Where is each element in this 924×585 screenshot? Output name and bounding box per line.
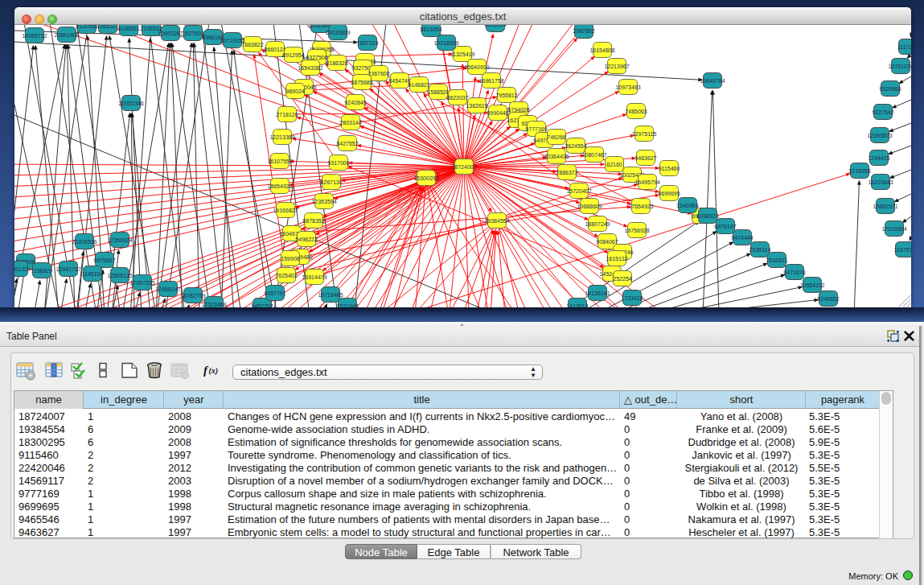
svg-text:8813054: 8813054 xyxy=(420,27,441,32)
svg-text:12213967: 12213967 xyxy=(604,64,629,69)
svg-text:8660124: 8660124 xyxy=(264,47,285,52)
svg-text:20053346: 20053346 xyxy=(118,101,143,106)
svg-text:19756928: 19756928 xyxy=(624,228,649,233)
svg-text:1615132: 1615132 xyxy=(606,256,627,262)
svg-text:9474444: 9474444 xyxy=(731,235,753,241)
svg-text:16543382: 16543382 xyxy=(298,65,322,71)
svg-text:16107554: 16107554 xyxy=(267,159,292,164)
svg-text:8471676: 8471676 xyxy=(783,270,805,275)
svg-text:2718126: 2718126 xyxy=(276,112,298,117)
svg-text:9457791: 9457791 xyxy=(264,290,285,296)
svg-text:3822037: 3822037 xyxy=(446,95,468,101)
svg-text:9975667: 9975667 xyxy=(93,257,115,263)
svg-text:9227542: 9227542 xyxy=(872,109,893,115)
svg-text:15720407: 15720407 xyxy=(566,188,591,194)
svg-text:7955812: 7955812 xyxy=(495,93,517,98)
svg-text:9327506: 9327506 xyxy=(306,55,327,60)
svg-text:17016504: 17016504 xyxy=(881,226,906,232)
svg-text:12942737: 12942737 xyxy=(55,266,80,272)
svg-text:18654925: 18654925 xyxy=(267,183,292,189)
svg-text:8186328: 8186328 xyxy=(326,60,347,66)
svg-text:10719155: 10719155 xyxy=(220,38,244,43)
svg-text:9317006: 9317006 xyxy=(327,160,349,166)
svg-text:746266: 746266 xyxy=(547,134,565,140)
svg-text:15300293: 15300293 xyxy=(413,175,438,181)
svg-text:8813054: 8813054 xyxy=(484,25,506,27)
svg-text:9084067: 9084067 xyxy=(596,239,618,245)
svg-text:8267130: 8267130 xyxy=(320,179,342,185)
svg-text:9777169: 9777169 xyxy=(525,126,547,132)
svg-text:8878352: 8878352 xyxy=(302,218,324,224)
svg-text:62160: 62160 xyxy=(606,162,622,167)
svg-text:12093873: 12093873 xyxy=(867,133,892,138)
svg-text:5498222: 5498222 xyxy=(295,237,317,242)
svg-text:15751074: 15751074 xyxy=(888,64,911,69)
svg-text:10958147: 10958147 xyxy=(155,286,180,292)
svg-text:12353594: 12353594 xyxy=(311,199,336,204)
svg-text:16154808: 16154808 xyxy=(589,47,614,53)
svg-text:19218506: 19218506 xyxy=(433,40,458,46)
svg-text:19166827: 19166827 xyxy=(273,208,298,213)
svg-text:17359924: 17359924 xyxy=(107,237,132,243)
svg-text:14055712: 14055712 xyxy=(22,33,47,39)
svg-text:11325419: 11325419 xyxy=(450,51,475,57)
svg-text:1244415: 1244415 xyxy=(868,155,889,161)
svg-text:10807467: 10807467 xyxy=(581,152,606,158)
svg-text:9463627: 9463627 xyxy=(634,155,656,161)
svg-text:10654112: 10654112 xyxy=(800,282,825,288)
svg-text:16782759: 16782759 xyxy=(180,293,205,299)
svg-text:1527602: 1527602 xyxy=(182,31,203,36)
svg-text:16914479: 16914479 xyxy=(302,274,326,280)
svg-text:9115460: 9115460 xyxy=(659,166,680,171)
svg-text:3875685: 3875685 xyxy=(351,80,372,85)
svg-text:15692971: 15692971 xyxy=(873,204,897,209)
svg-text:15640910: 15640910 xyxy=(464,64,489,70)
svg-text:6938923: 6938923 xyxy=(696,213,718,219)
svg-text:7485063: 7485063 xyxy=(625,109,647,114)
svg-text:159908: 159908 xyxy=(281,256,299,262)
svg-text:7625402: 7625402 xyxy=(275,273,297,278)
svg-text:9699695: 9699695 xyxy=(658,191,680,196)
svg-text:7857224: 7857224 xyxy=(356,40,378,46)
svg-text:17957255: 17957255 xyxy=(129,280,154,286)
svg-text:15716485: 15716485 xyxy=(318,292,343,298)
svg-text:1156829: 1156829 xyxy=(31,268,53,274)
svg-text:10653267: 10653267 xyxy=(158,31,183,36)
svg-text:16210643: 16210643 xyxy=(868,179,893,185)
svg-text:3624554: 3624554 xyxy=(565,143,586,149)
svg-text:1117304: 1117304 xyxy=(897,44,911,50)
svg-text:2087682: 2087682 xyxy=(573,28,594,34)
svg-text:17654923: 17654923 xyxy=(628,204,653,209)
svg-text:2935114: 2935114 xyxy=(749,247,771,253)
svg-text:12323468: 12323468 xyxy=(201,302,226,307)
svg-text:1413614: 1413614 xyxy=(566,303,588,308)
svg-text:18807249: 18807249 xyxy=(585,221,610,227)
svg-text:20691406: 20691406 xyxy=(54,32,79,38)
svg-text:20364436: 20364436 xyxy=(544,154,569,159)
svg-text:12975115: 12975115 xyxy=(632,131,657,137)
svg-text:7632621: 7632621 xyxy=(766,257,787,263)
svg-text:6879197: 6879197 xyxy=(714,224,736,229)
svg-text:16495794: 16495794 xyxy=(634,179,659,185)
svg-text:2120558: 2120558 xyxy=(76,25,97,29)
svg-text:1362615: 1362615 xyxy=(466,103,487,109)
svg-text:9146821: 9146821 xyxy=(408,82,429,88)
svg-text:16648784: 16648784 xyxy=(700,78,725,84)
svg-text:(x): (x) xyxy=(209,366,219,376)
svg-text:2803144: 2803144 xyxy=(339,120,361,126)
svg-text:3215955: 3215955 xyxy=(848,168,870,174)
svg-text:18724007: 18724007 xyxy=(451,164,476,170)
svg-text:16033809: 16033809 xyxy=(325,30,350,35)
svg-text:19384554: 19384554 xyxy=(484,218,509,224)
svg-text:1571648: 1571648 xyxy=(336,303,358,308)
svg-text:9457792: 9457792 xyxy=(251,303,273,308)
svg-text:14136141: 14136141 xyxy=(585,290,610,296)
svg-text:10688609: 10688609 xyxy=(577,204,602,209)
svg-text:9329966: 9329966 xyxy=(879,86,901,92)
svg-text:10973493: 10973493 xyxy=(615,84,640,90)
svg-text:1145194: 1145194 xyxy=(82,271,104,277)
svg-text:7886372: 7886372 xyxy=(556,170,577,175)
svg-text:1065327: 1065327 xyxy=(97,25,118,29)
svg-text:8912954: 8912954 xyxy=(282,52,304,58)
svg-text:1588520: 1588520 xyxy=(427,89,449,95)
